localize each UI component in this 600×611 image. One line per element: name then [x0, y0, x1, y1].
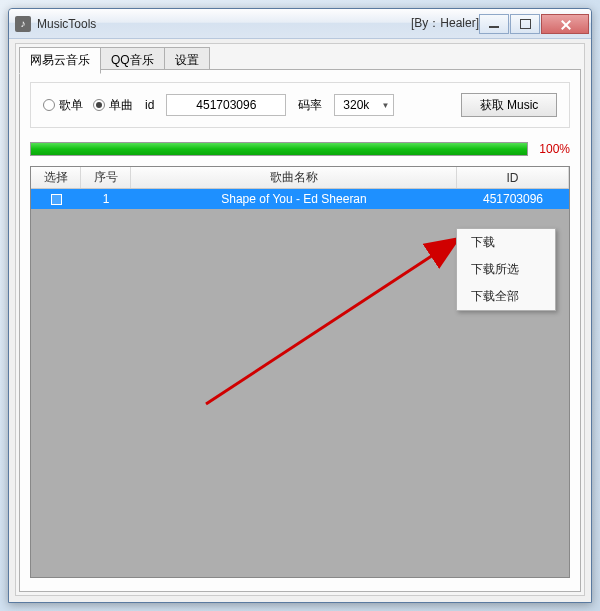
- radio-icon: [43, 99, 55, 111]
- row-id-cell: 451703096: [457, 189, 569, 209]
- bitrate-label: 码率: [298, 97, 322, 114]
- progress-row: 100%: [30, 142, 570, 156]
- radio-playlist[interactable]: 歌单: [43, 97, 83, 114]
- radio-single[interactable]: 单曲: [93, 97, 133, 114]
- progress-fill: [31, 143, 527, 155]
- progress-bar: [30, 142, 528, 156]
- grid-header: 选择 序号 歌曲名称 ID: [31, 167, 569, 189]
- maximize-button[interactable]: [510, 14, 540, 34]
- app-window: ♪ MusicTools [By：Healer] 网易云音乐 QQ音乐 设置 歌…: [8, 8, 592, 603]
- id-input[interactable]: [166, 94, 286, 116]
- get-music-button[interactable]: 获取 Music: [461, 93, 557, 117]
- bitrate-value: 320k: [343, 98, 369, 112]
- app-icon: ♪: [15, 16, 31, 32]
- window-buttons: [479, 14, 589, 34]
- progress-percent: 100%: [534, 142, 570, 156]
- ctx-download[interactable]: 下载: [457, 229, 555, 256]
- ctx-download-all[interactable]: 下载全部: [457, 283, 555, 310]
- controls-group: 歌单 单曲 id 码率 320k ▼ 获取 Music: [30, 82, 570, 128]
- ctx-download-selected[interactable]: 下载所选: [457, 256, 555, 283]
- client-area: 网易云音乐 QQ音乐 设置 歌单 单曲 id 码率: [15, 43, 585, 596]
- col-name-header[interactable]: 歌曲名称: [131, 167, 457, 188]
- row-select-cell[interactable]: [31, 189, 81, 209]
- radio-icon: [93, 99, 105, 111]
- window-title: MusicTools: [37, 17, 387, 31]
- close-button[interactable]: [541, 14, 589, 34]
- chevron-down-icon: ▼: [381, 101, 389, 110]
- checkbox-icon[interactable]: [51, 194, 62, 205]
- row-index-cell: 1: [81, 189, 131, 209]
- row-name-cell: Shape of You - Ed Sheeran: [131, 189, 457, 209]
- col-index-header[interactable]: 序号: [81, 167, 131, 188]
- col-select-header[interactable]: 选择: [31, 167, 81, 188]
- tab-netease[interactable]: 网易云音乐: [19, 47, 101, 74]
- radio-playlist-label: 歌单: [59, 97, 83, 114]
- id-label: id: [145, 98, 154, 112]
- radio-single-label: 单曲: [109, 97, 133, 114]
- tab-panel: 歌单 单曲 id 码率 320k ▼ 获取 Music: [19, 69, 581, 592]
- titlebar[interactable]: ♪ MusicTools [By：Healer]: [9, 9, 591, 39]
- context-menu: 下载 下载所选 下载全部: [456, 228, 556, 311]
- window-title-extra: [By：Healer]: [411, 15, 479, 32]
- source-radio-group: 歌单 单曲: [43, 97, 133, 114]
- col-id-header[interactable]: ID: [457, 167, 569, 188]
- minimize-button[interactable]: [479, 14, 509, 34]
- table-row[interactable]: 1 Shape of You - Ed Sheeran 451703096: [31, 189, 569, 209]
- bitrate-select[interactable]: 320k ▼: [334, 94, 394, 116]
